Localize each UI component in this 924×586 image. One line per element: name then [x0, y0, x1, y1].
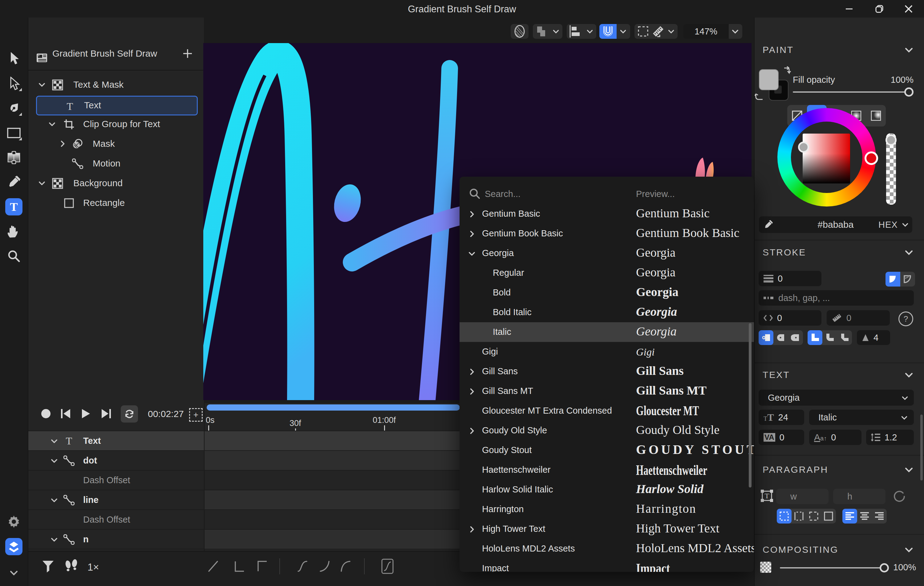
- settings-gear-icon[interactable]: [5, 513, 23, 530]
- chevron-right-icon[interactable]: [467, 426, 475, 435]
- font-item-bold-italic[interactable]: Bold ItalicGeorgia: [460, 303, 754, 322]
- align-button[interactable]: [567, 24, 596, 39]
- timeline-layer-dash-offset[interactable]: Dash Offset: [28, 510, 204, 530]
- swap-colors-icon[interactable]: [780, 66, 792, 78]
- font-item-gigi[interactable]: GigiGigi: [460, 342, 754, 362]
- easing-linear-icon[interactable]: [208, 560, 219, 573]
- font-size-input[interactable]: TT 24: [759, 410, 804, 425]
- font-item-gill-sans[interactable]: Gill SansGill Sans: [460, 362, 754, 381]
- sv-handle[interactable]: [798, 142, 809, 153]
- font-item-georgia[interactable]: GeorgiaGeorgia: [460, 244, 754, 263]
- easing-custom-icon[interactable]: [381, 558, 394, 574]
- chevron-right-icon[interactable]: [467, 230, 475, 238]
- saturation-value-square[interactable]: [803, 133, 850, 183]
- layer-tree-item-clip-group-for-text[interactable]: Clip Group for Text: [28, 115, 204, 134]
- width-input[interactable]: w: [776, 489, 828, 504]
- easing-ease-in-out-icon[interactable]: [297, 560, 308, 573]
- footprints-icon[interactable]: [65, 559, 78, 574]
- chevron-down-icon[interactable]: [550, 24, 563, 39]
- chevron-down-icon[interactable]: [50, 535, 59, 544]
- tracking-input[interactable]: VA 0: [759, 430, 804, 445]
- layer-tree-item-text[interactable]: TText: [36, 96, 198, 115]
- pen-tool[interactable]: [5, 100, 23, 117]
- swap-colors-icon[interactable]: [755, 89, 766, 101]
- chevron-right-icon[interactable]: [467, 525, 475, 533]
- close-button[interactable]: [895, 0, 922, 18]
- chevron-down-icon[interactable]: [617, 24, 630, 39]
- timeline-layer-dot[interactable]: dot: [28, 451, 204, 471]
- cap-butt-button[interactable]: [759, 330, 773, 345]
- playback-speed[interactable]: 1×: [87, 561, 99, 573]
- chevron-right-icon[interactable]: [58, 140, 68, 149]
- layers-panel-button[interactable]: [5, 538, 23, 555]
- restore-button[interactable]: [865, 0, 893, 18]
- align-center-button[interactable]: [857, 509, 872, 523]
- snap-button[interactable]: [599, 24, 630, 39]
- loop-playback-button[interactable]: [121, 405, 138, 423]
- chevron-down-icon[interactable]: [50, 437, 59, 445]
- layer-opacity-slider[interactable]: [780, 567, 888, 568]
- fixed-size-dashed-button[interactable]: [806, 509, 821, 523]
- fill-opacity-slider[interactable]: [793, 91, 909, 93]
- chevron-down-icon[interactable]: [50, 456, 59, 465]
- stroke-collapse-icon[interactable]: [904, 247, 914, 258]
- font-style-select[interactable]: Italic: [809, 410, 914, 425]
- font-item-gentium-basic[interactable]: Gentium BasicGentium Basic: [460, 204, 754, 224]
- font-item-hololens-mdl2-assets[interactable]: HoloLens MDL2 AssetsHoloLens MDL2 Assets: [460, 539, 754, 559]
- collapse-chevron-icon[interactable]: [5, 564, 23, 581]
- minimize-button[interactable]: [835, 0, 863, 18]
- dash-offset-input[interactable]: 0: [759, 310, 822, 326]
- baseline-shift-input[interactable]: Aa↑ 0: [809, 430, 861, 445]
- stroke-length-input[interactable]: 0: [827, 310, 890, 326]
- stroke-solid-button[interactable]: [886, 272, 900, 286]
- autosize-button[interactable]: [777, 509, 792, 523]
- fixed-size-button[interactable]: [821, 509, 836, 523]
- fill-opacity-slider-handle[interactable]: [904, 87, 914, 97]
- font-search-input[interactable]: Search...: [485, 189, 521, 199]
- font-item-impact[interactable]: ImpactImpact: [460, 559, 754, 572]
- direct-selection-tool[interactable]: [5, 75, 23, 92]
- panel-scrollbar[interactable]: [920, 415, 923, 481]
- chevron-down-icon[interactable]: [50, 496, 59, 504]
- alpha-handle[interactable]: [886, 135, 897, 146]
- record-button[interactable]: [41, 408, 51, 419]
- layer-tree-item-motion[interactable]: Motion: [28, 154, 204, 174]
- fill-color-swatch[interactable]: [759, 69, 779, 90]
- reset-size-icon[interactable]: [893, 490, 906, 503]
- gradient-transform-tool[interactable]: [5, 149, 23, 166]
- timeline-layer-line[interactable]: line: [28, 490, 204, 510]
- easing-hold-end-icon[interactable]: [233, 560, 244, 573]
- font-item-goudy-stout[interactable]: Goudy StoutGOUDY STOUT: [460, 440, 754, 460]
- chevron-right-icon[interactable]: [467, 387, 475, 395]
- play-button[interactable]: [81, 409, 91, 418]
- line-height-input[interactable]: 1.2: [866, 430, 914, 445]
- chevron-down-icon[interactable]: [38, 179, 47, 188]
- chevron-down-icon[interactable]: [467, 249, 475, 257]
- zoom-tool[interactable]: [5, 247, 23, 265]
- fill-radial-offset-gradient-button[interactable]: [866, 105, 886, 127]
- font-item-goudy-old-style[interactable]: Goudy Old StyleGoudy Old Style: [460, 421, 754, 440]
- font-item-gloucester-mt-extra-condensed[interactable]: Gloucester MT Extra CondensedGloucester …: [460, 401, 754, 421]
- font-preview-input[interactable]: Preview...: [636, 189, 675, 199]
- join-miter-button[interactable]: [808, 330, 822, 345]
- eyedropper-tool[interactable]: [5, 174, 23, 191]
- hue-handle[interactable]: [865, 151, 878, 165]
- rectangle-tool[interactable]: [5, 124, 23, 142]
- cap-round-button[interactable]: [773, 330, 788, 345]
- font-family-select[interactable]: Georgia: [759, 390, 914, 406]
- fixed-width-button[interactable]: [792, 509, 806, 523]
- chevron-down-icon[interactable]: [901, 221, 909, 229]
- layer-tree-item-background[interactable]: Background: [28, 174, 204, 193]
- compositing-collapse-icon[interactable]: [904, 545, 914, 555]
- chevron-down-icon[interactable]: [584, 24, 596, 39]
- font-item-harlow-solid-italic[interactable]: Harlow Solid ItalicHarlow Solid: [460, 480, 754, 499]
- font-item-italic[interactable]: ItalicGeorgia: [460, 322, 754, 342]
- texture-fill-button[interactable]: [511, 24, 528, 39]
- timeline-layer-n[interactable]: n: [28, 530, 204, 549]
- timeline-layer-text[interactable]: TText: [28, 431, 204, 451]
- paragraph-collapse-icon[interactable]: [904, 464, 914, 475]
- cap-square-button[interactable]: [788, 330, 803, 345]
- font-item-haettenschweiler[interactable]: HaettenschweilerHaettenschweiler: [460, 460, 754, 480]
- font-item-bold[interactable]: BoldGeorgia: [460, 283, 754, 303]
- dash-pattern-input[interactable]: dash, gap, ...: [759, 290, 914, 306]
